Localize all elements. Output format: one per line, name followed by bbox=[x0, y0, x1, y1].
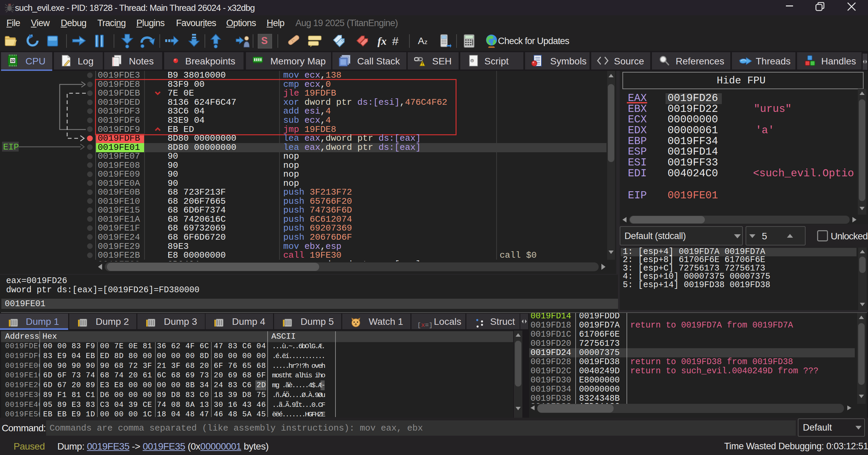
svg-text:32: 32 bbox=[11, 59, 15, 63]
svg-text:!: ! bbox=[422, 62, 423, 66]
svg-text:32: 32 bbox=[8, 3, 11, 6]
svg-text:o: o bbox=[471, 59, 473, 63]
svg-text:EIP: EIP bbox=[3, 142, 19, 152]
